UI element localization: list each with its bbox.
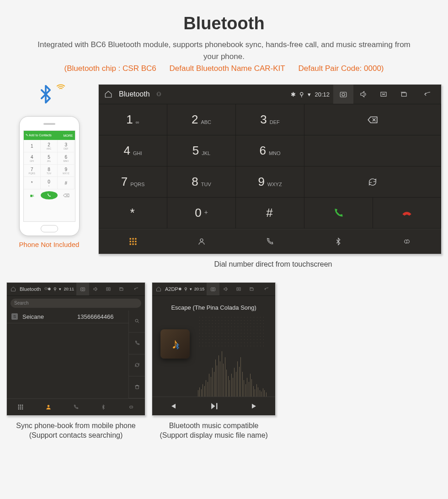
tab-contacts[interactable] <box>34 399 62 415</box>
phone-key-6[interactable]: 6MNO <box>58 152 75 165</box>
phone-key-7[interactable]: 7PQRS <box>24 165 41 177</box>
tab-pair[interactable] <box>117 399 145 415</box>
hangup-button[interactable] <box>373 198 442 229</box>
svg-rect-8 <box>132 241 133 242</box>
back-button[interactable] <box>258 283 275 295</box>
phone-key-1[interactable]: 1 <box>24 140 41 152</box>
volume-button[interactable] <box>353 85 373 104</box>
contact-name: Seicane <box>22 313 73 320</box>
visualizer-bars <box>198 342 266 397</box>
dial-key-#[interactable]: # <box>236 198 304 229</box>
svg-rect-9 <box>135 241 136 242</box>
svg-point-30 <box>212 288 214 290</box>
side-call-button[interactable] <box>128 333 145 354</box>
phone-key-4[interactable]: 4GHI <box>24 152 41 165</box>
dial-key-9[interactable]: 9WXYZ <box>236 166 304 198</box>
svg-rect-4 <box>129 238 131 240</box>
svg-rect-21 <box>22 405 23 406</box>
svg-rect-26 <box>20 408 21 409</box>
svg-rect-23 <box>20 407 21 408</box>
screenshot-button[interactable] <box>207 283 219 295</box>
search-input[interactable]: Search <box>11 299 141 308</box>
svg-rect-22 <box>18 407 19 408</box>
side-delete-button[interactable] <box>128 376 145 398</box>
screenshot-button[interactable] <box>333 85 353 104</box>
phone-key-*[interactable]: * <box>24 177 41 189</box>
svg-point-28 <box>47 405 49 407</box>
next-button[interactable] <box>235 397 276 415</box>
back-button[interactable] <box>128 283 145 295</box>
dial-key-2[interactable]: 2ABC <box>167 104 236 135</box>
phone-key-8[interactable]: 8TUV <box>41 165 58 177</box>
volume-button[interactable] <box>89 283 102 295</box>
screenshot-button[interactable] <box>76 283 89 295</box>
page-title: Bluetooth <box>0 0 448 33</box>
gps-icon: ⚲ <box>53 287 57 291</box>
gps-icon: ⚲ <box>299 91 304 98</box>
close-button[interactable] <box>373 85 394 104</box>
dial-key-0[interactable]: 0+ <box>167 198 236 229</box>
home-icon[interactable] <box>156 286 161 292</box>
clock: 20:15 <box>194 287 205 291</box>
side-search-button[interactable] <box>128 311 145 333</box>
playpause-button[interactable] <box>193 397 235 415</box>
close-button[interactable] <box>232 283 245 295</box>
backspace-button[interactable] <box>304 104 441 135</box>
recent-button[interactable] <box>394 85 414 104</box>
tab-pair[interactable] <box>373 229 441 254</box>
svg-rect-3 <box>402 93 407 97</box>
contact-number: 13566664466 <box>77 313 114 320</box>
phone-call-icon <box>41 189 58 201</box>
song-title: Escape (The Pina Colada Song) <box>171 304 256 311</box>
close-button[interactable] <box>102 283 115 295</box>
phone-key-9[interactable]: 9WXYZ <box>58 165 75 177</box>
volume-button[interactable] <box>219 283 232 295</box>
clock: 20:12 <box>315 91 330 98</box>
recent-button[interactable] <box>245 283 258 295</box>
phone-key-#[interactable]: # <box>58 177 75 189</box>
spec-code: Default Pair Code: 0000) <box>298 64 384 73</box>
svg-point-1 <box>342 93 345 96</box>
svg-rect-17 <box>120 288 123 290</box>
dial-key-1[interactable]: 1∞ <box>99 104 167 135</box>
tab-dialpad[interactable] <box>7 399 34 415</box>
phone-key-0[interactable]: 0+ <box>41 177 58 189</box>
sync-button[interactable] <box>304 166 441 198</box>
tab-contacts[interactable] <box>167 229 236 254</box>
dial-key-7[interactable]: 7PQRS <box>99 166 167 198</box>
usb-icon: ⚇ <box>44 287 48 291</box>
clock: 20:11 <box>64 287 74 291</box>
dial-key-3[interactable]: 3DEF <box>236 104 304 135</box>
contact-row[interactable]: S Seicane 13566664466 <box>7 311 128 323</box>
svg-rect-24 <box>22 407 23 408</box>
phone-key-2[interactable]: 2ABC <box>41 140 58 152</box>
side-sync-button[interactable] <box>128 354 145 376</box>
call-button[interactable] <box>304 198 373 229</box>
tab-bluetooth[interactable] <box>304 229 373 254</box>
svg-rect-29 <box>211 288 215 291</box>
bluetooth-icon <box>36 84 63 112</box>
dial-key-8[interactable]: 8TUV <box>167 166 236 198</box>
phone-key-3[interactable]: 3DEF <box>58 140 75 152</box>
headunit-music: A2DP ✱ ⚲ ▾ 20:15 Escape (The Pina Cola <box>152 282 276 416</box>
dial-key-6[interactable]: 6MNO <box>236 135 304 166</box>
dial-key-5[interactable]: 5JKL <box>167 135 236 166</box>
tab-bluetooth[interactable] <box>90 399 117 415</box>
phone-key-5[interactable]: 5JKL <box>41 152 58 165</box>
spec-line: (Bluetooth chip : CSR BC6 Default Blueto… <box>0 64 448 73</box>
tab-calllog[interactable] <box>62 399 90 415</box>
tab-dialpad[interactable] <box>99 229 167 254</box>
dial-key-4[interactable]: 4GHI <box>99 135 167 166</box>
svg-rect-25 <box>18 408 19 409</box>
home-icon[interactable] <box>104 90 112 98</box>
recent-button[interactable] <box>115 283 128 295</box>
headunit-dialer: Bluetooth ⚇ ✱ ⚲ ▾ 20:12 1∞2ABC3DEF4GH <box>98 84 442 254</box>
dial-key-*[interactable]: * <box>99 198 167 229</box>
home-icon[interactable] <box>11 286 16 292</box>
caption-dial: Dial number direct from touchscreen <box>98 260 448 269</box>
svg-point-18 <box>135 319 138 322</box>
tab-calllog[interactable] <box>236 229 304 254</box>
back-button[interactable] <box>414 85 441 104</box>
phone-backspace-icon: ⌫ <box>58 189 75 201</box>
prev-button[interactable] <box>152 397 193 415</box>
